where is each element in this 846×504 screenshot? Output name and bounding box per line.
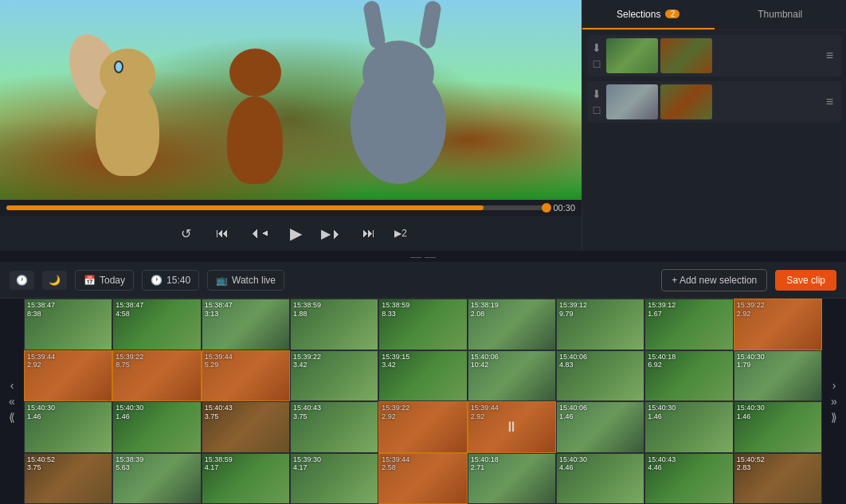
- divider-handle[interactable]: — —: [410, 250, 436, 263]
- cell-timestamp: 15:40:182.71: [471, 455, 499, 473]
- cell-timestamp: 15:40:304.46: [559, 455, 587, 473]
- thumb-menu-icon[interactable]: ≡: [823, 49, 836, 63]
- cell-timestamp: 15:39:222.92: [737, 301, 765, 318]
- watch-live-button[interactable]: 📺 Watch live: [207, 270, 284, 291]
- cell-timestamp: 15:38:478:38: [27, 301, 55, 318]
- table-row[interactable]: 15:39:442.58: [378, 453, 467, 505]
- video-progress-bar[interactable]: 00:30: [0, 200, 582, 216]
- cell-timestamp: 15:39:442.92: [27, 353, 55, 370]
- cell-timestamp: 15:39:445.29: [205, 353, 233, 370]
- squirrel-left: [72, 33, 183, 176]
- table-row[interactable]: 15:40:0610:42: [468, 350, 556, 402]
- progress-fill: [6, 205, 484, 210]
- table-row[interactable]: 15:38:395.63: [112, 453, 201, 505]
- divider: — —: [0, 251, 846, 262]
- cell-timestamp: 15:38:591.88: [293, 301, 321, 318]
- table-row[interactable]: 15:40:064.83: [556, 350, 644, 402]
- download-icon[interactable]: ⬇: [592, 41, 601, 54]
- cell-timestamp: 15:38:473:13: [205, 301, 233, 318]
- cell-timestamp: 15:40:522.83: [737, 455, 765, 473]
- thumb-images: [606, 38, 818, 73]
- table-row[interactable]: 15:39:442.92: [24, 350, 112, 402]
- table-row[interactable]: 15:38:594.17: [202, 453, 290, 505]
- thumb-tabs: Selections 2 Thumbnail: [582, 0, 846, 30]
- rewind-button[interactable]: ↺: [174, 222, 197, 244]
- timeline-grid: ‹ « ⟪ 15:38:478:3815:38:474:5815:38:473:…: [0, 299, 846, 504]
- timeline-right-nav: › » ⟫: [822, 299, 846, 504]
- table-row[interactable]: 15:38:474:58: [112, 299, 201, 350]
- thumb-image-2: [660, 84, 712, 119]
- table-row[interactable]: 15:40:301.79: [734, 350, 822, 402]
- nav-right-1[interactable]: ›: [832, 380, 836, 391]
- table-row[interactable]: 15:39:304.17: [290, 453, 378, 505]
- tab-thumbnail[interactable]: Thumbnail: [715, 0, 847, 29]
- table-row[interactable]: 15:40:433.75: [290, 401, 378, 453]
- play-button[interactable]: ▶: [284, 222, 307, 244]
- cell-timestamp: 15:40:433.75: [293, 404, 321, 421]
- table-row[interactable]: 15:38:598.33: [378, 299, 467, 350]
- download-icon[interactable]: ⬇: [592, 88, 601, 100]
- add-selection-button[interactable]: + Add new selection: [661, 269, 767, 291]
- copy-icon[interactable]: □: [593, 57, 600, 70]
- nav-left-1[interactable]: ‹: [10, 380, 14, 391]
- thumb-image-1: [606, 84, 658, 119]
- table-row[interactable]: 15:40:061.46: [556, 401, 644, 453]
- thumb-image-2: [660, 38, 712, 73]
- table-row[interactable]: 15:40:522.83: [734, 453, 822, 505]
- thumb-item-controls: ⬇ □: [592, 88, 601, 116]
- progress-thumb: [542, 203, 551, 213]
- table-row[interactable]: 15:39:153.42: [378, 350, 467, 402]
- table-row[interactable]: 15:40:301.46: [734, 401, 822, 453]
- table-row[interactable]: 15:40:186.92: [644, 350, 733, 402]
- selections-badge: 2: [665, 10, 680, 18]
- today-button[interactable]: 📅 Today: [75, 270, 134, 291]
- table-row[interactable]: 15:40:301.46: [644, 401, 733, 453]
- copy-icon[interactable]: □: [593, 104, 600, 116]
- cell-timestamp: 15:40:0610:42: [471, 353, 499, 370]
- table-row[interactable]: 15:39:129.79: [556, 299, 644, 350]
- table-row[interactable]: 15:40:301.46: [112, 401, 201, 453]
- table-row[interactable]: 15:40:301.46: [24, 401, 112, 453]
- step-forward-button[interactable]: ▶⏵: [321, 222, 343, 244]
- nav-left-3[interactable]: ⟪: [9, 412, 15, 423]
- table-row[interactable]: 15:38:473:13: [202, 299, 290, 350]
- table-row[interactable]: 15:38:478:38: [24, 299, 112, 350]
- table-row[interactable]: 15:40:434.46: [644, 453, 733, 505]
- list-item: ⬇ □ ≡: [587, 35, 841, 76]
- table-row[interactable]: 15:39:442.92⏸: [468, 401, 556, 453]
- clock-small-icon: 🕐: [151, 275, 163, 286]
- cell-timestamp: 15:39:304.17: [293, 455, 321, 473]
- cell-timestamp: 15:40:434.46: [648, 455, 676, 473]
- nav-right-3[interactable]: ⟫: [831, 412, 837, 423]
- step-back-button[interactable]: ⏴◀: [248, 222, 270, 244]
- save-clip-button[interactable]: Save clip: [775, 270, 836, 291]
- table-row[interactable]: 15:40:433.75: [202, 401, 290, 453]
- cell-timestamp: 15:39:129.79: [559, 301, 587, 318]
- list-item: ⬇ □ ≡: [587, 81, 841, 123]
- table-row[interactable]: 15:38:591.88: [290, 299, 378, 350]
- skip-forward-button[interactable]: ⏭: [358, 222, 380, 244]
- nav-right-2[interactable]: »: [831, 396, 837, 407]
- table-row[interactable]: 15:39:222.92: [734, 299, 822, 350]
- night-mode-button[interactable]: 🌙: [42, 271, 67, 290]
- table-row[interactable]: 15:39:228.75: [112, 350, 201, 402]
- speed-button[interactable]: ▶2: [394, 228, 407, 239]
- table-row[interactable]: 15:39:121.67: [644, 299, 733, 350]
- timeline-row: 15:39:442.9215:39:228.7515:39:445.2915:3…: [24, 350, 822, 402]
- cell-timestamp: 15:40:301.46: [648, 404, 676, 421]
- nav-left-2[interactable]: «: [9, 396, 15, 407]
- table-row[interactable]: 15:38:192.08: [468, 299, 556, 350]
- thumb-menu-icon[interactable]: ≡: [823, 95, 836, 109]
- table-row[interactable]: 15:39:222.92: [378, 401, 467, 453]
- tab-selections[interactable]: Selections 2: [582, 0, 715, 29]
- table-row[interactable]: 15:40:182.71: [468, 453, 556, 505]
- progress-bar[interactable]: [6, 205, 548, 210]
- table-row[interactable]: 15:40:304.46: [556, 453, 644, 505]
- table-row[interactable]: 15:39:445.29: [202, 350, 290, 402]
- skip-back-button[interactable]: ⏮: [211, 222, 233, 244]
- table-row[interactable]: 15:40:523.75: [24, 453, 112, 505]
- table-row[interactable]: 15:39:223.42: [290, 350, 378, 402]
- time-button[interactable]: 🕐 15:40: [142, 270, 199, 291]
- timeline-row: 15:38:478:3815:38:474:5815:38:473:1315:3…: [24, 299, 822, 350]
- clock-button[interactable]: 🕐: [10, 271, 34, 290]
